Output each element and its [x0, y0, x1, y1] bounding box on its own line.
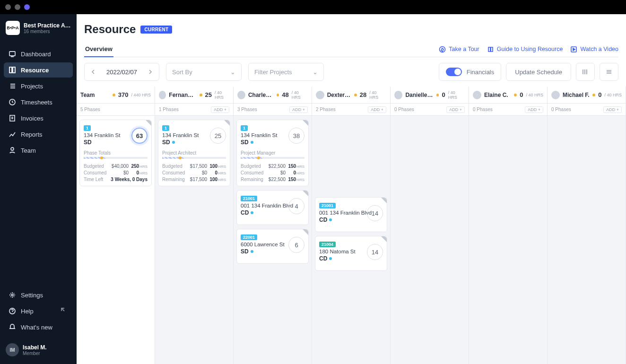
- nav-dashboard[interactable]: Dashboard: [4, 46, 73, 61]
- card-stats: Budgeted$17,500100HRSConsumed$00HRSRemai…: [162, 164, 226, 182]
- person-avatar: [316, 91, 324, 99]
- hours-circle[interactable]: 14: [367, 244, 383, 260]
- nav-resource[interactable]: Resource: [4, 62, 73, 78]
- column-header[interactable]: Danielle C.0/ 40 HRS: [391, 87, 469, 104]
- column-header[interactable]: Team370/ 440 HRS: [77, 87, 155, 104]
- nav-help[interactable]: Help: [4, 303, 73, 319]
- traffic-min[interactable]: [15, 4, 20, 10]
- update-schedule-button[interactable]: Update Schedule: [506, 63, 571, 81]
- svg-rect-2: [13, 67, 15, 73]
- stat-label: Budgeted: [241, 164, 266, 169]
- column-subheader: 0 PhasesADD +: [469, 104, 547, 116]
- status-dot: [592, 94, 595, 96]
- phase-card[interactable]: 220016000 Lawrence StSD6: [236, 229, 309, 264]
- column-header[interactable]: Fernando A.25/ 40 HRS: [155, 87, 233, 104]
- view-settings-button[interactable]: [600, 63, 618, 81]
- card-corner: [224, 120, 230, 126]
- add-phase-button[interactable]: ADD +: [525, 106, 543, 113]
- phase-card[interactable]: 21001001 134 Franklin BlvdCD4: [236, 190, 309, 225]
- nav-team[interactable]: Team: [4, 143, 73, 158]
- sort-by-select[interactable]: Sort By ⌄: [166, 63, 242, 81]
- phase-count: 2 Phases: [316, 107, 336, 112]
- svg-point-5: [11, 147, 14, 150]
- add-phase-button[interactable]: ADD +: [289, 106, 308, 113]
- stat-row: Time Left3 Weeks, 0 Days: [84, 177, 148, 182]
- nav-label: Settings: [21, 292, 43, 299]
- date-value[interactable]: 2022/02/07: [103, 69, 141, 76]
- phase-card[interactable]: 21001001 134 Franklin BlvdCD14: [315, 197, 387, 232]
- chevron-down-icon: ⌄: [313, 69, 318, 76]
- hours-circle[interactable]: 63: [131, 128, 148, 144]
- stat-label: Consumed: [162, 170, 188, 175]
- stat-label: Remaining: [162, 177, 188, 182]
- column-header[interactable]: Charles Y.48/ 40 HRS: [234, 87, 312, 104]
- column-name: Elaine C.: [484, 92, 508, 98]
- primary-nav: Dashboard Resource Projects Timesheets I…: [4, 46, 73, 158]
- link-video[interactable]: Watch a Video: [570, 46, 618, 53]
- phase-card[interactable]: 1134 Franklin StSD25Project ArchitectBud…: [158, 120, 230, 186]
- card-corner: [381, 198, 387, 203]
- toggle-switch[interactable]: [446, 68, 462, 76]
- project-badge: 21001: [319, 203, 336, 208]
- hours-assigned: 25: [205, 91, 212, 98]
- hours-circle[interactable]: 25: [210, 128, 226, 144]
- stat-row: Consumed$00HRS: [162, 170, 226, 175]
- column-header[interactable]: Dexter A.28/ 40 HRS: [312, 87, 390, 104]
- stat-row: Consumed$00HRS: [84, 170, 148, 175]
- hours-circle[interactable]: 14: [367, 205, 383, 221]
- phase-card[interactable]: 1134 Franklin StSD63Phase TotalsBudgeted…: [79, 120, 152, 186]
- resource-column: Team370/ 440 HRS5 Phases1134 Franklin St…: [77, 87, 155, 364]
- nav-reports[interactable]: Reports: [4, 127, 73, 142]
- hours-circle[interactable]: 6: [288, 237, 304, 253]
- nav-whatsnew[interactable]: What's new: [4, 320, 73, 335]
- org-members: 16 members: [24, 29, 71, 34]
- link-take-tour[interactable]: Take a Tour: [439, 46, 479, 53]
- view-columns-button[interactable]: [576, 63, 595, 81]
- user-menu[interactable]: IM Isabel M. Member: [4, 340, 73, 359]
- column-body: 21001001 134 Franklin BlvdCD1421004180 N…: [312, 116, 390, 364]
- window-titlebar: [0, 0, 626, 14]
- toggle-label: Financials: [467, 69, 495, 76]
- hours-capacity: / 40 HRS: [292, 90, 308, 100]
- phase-card[interactable]: 21004180 Natoma StCD14: [315, 236, 387, 271]
- filter-projects-select[interactable]: Filter Projects ⌄: [248, 63, 324, 81]
- card-corner: [303, 229, 308, 235]
- hours-assigned: 0: [598, 91, 601, 98]
- add-phase-button[interactable]: ADD +: [446, 106, 465, 113]
- card-corner: [381, 236, 387, 242]
- resource-icon: [9, 66, 16, 74]
- financials-toggle[interactable]: Financials: [439, 63, 502, 81]
- hours-circle[interactable]: 4: [288, 198, 304, 214]
- column-header[interactable]: Michael F.0/ 40 HRS: [548, 87, 626, 104]
- person-avatar: [394, 91, 402, 99]
- stat-money: $0: [188, 170, 207, 175]
- stat-label: Budgeted: [162, 164, 188, 169]
- progress-bar: [241, 157, 304, 159]
- stat-money: $40,000: [110, 164, 129, 169]
- add-phase-button[interactable]: ADD +: [211, 106, 229, 113]
- nav-timesheets[interactable]: Timesheets: [4, 95, 73, 110]
- tab-overview[interactable]: Overview: [84, 42, 113, 57]
- user-role: Member: [23, 351, 47, 356]
- column-name: Dexter A.: [327, 92, 351, 98]
- stat-label: Consumed: [84, 170, 110, 175]
- link-guide[interactable]: Guide to Using Resource: [487, 46, 563, 53]
- next-week[interactable]: [144, 63, 157, 80]
- sidebar: B•P•A Best Practice Arch... 16 members D…: [0, 14, 77, 364]
- nav-settings[interactable]: Settings: [4, 287, 73, 303]
- nav-projects[interactable]: Projects: [4, 78, 73, 94]
- stat-hours: 100HRS: [207, 177, 226, 182]
- nav-label: Resource: [21, 67, 49, 74]
- add-phase-button[interactable]: ADD +: [603, 106, 622, 113]
- traffic-close[interactable]: [5, 4, 11, 10]
- org-switcher[interactable]: B•P•A Best Practice Arch... 16 members: [4, 19, 73, 40]
- hours-capacity: / 40 HRS: [526, 93, 543, 97]
- column-header[interactable]: Elaine C.0/ 40 HRS: [469, 87, 547, 104]
- phase-dot: [329, 257, 332, 260]
- add-phase-button[interactable]: ADD +: [368, 106, 386, 113]
- nav-invoices[interactable]: Invoices: [4, 111, 73, 126]
- traffic-max[interactable]: [24, 4, 30, 10]
- hours-circle[interactable]: 38: [288, 128, 304, 144]
- prev-week[interactable]: [87, 63, 100, 80]
- phase-card[interactable]: 1134 Franklin StSD38Project ManagerBudge…: [236, 120, 309, 186]
